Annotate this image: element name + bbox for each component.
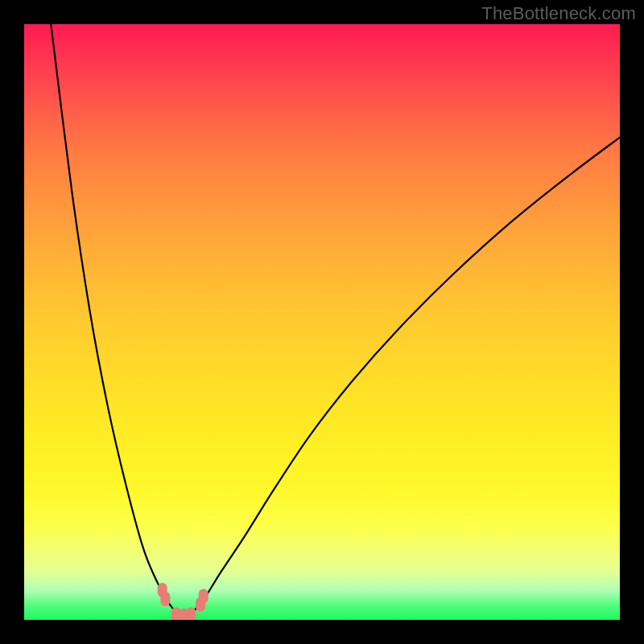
marker-6 bbox=[199, 588, 208, 603]
chart-frame: TheBottleneck.com bbox=[0, 0, 644, 644]
data-markers bbox=[158, 583, 208, 620]
plot-area bbox=[24, 24, 620, 620]
marker-1 bbox=[160, 592, 170, 606]
chart-svg bbox=[24, 24, 620, 620]
watermark-text: TheBottleneck.com bbox=[481, 3, 636, 24]
marker-4 bbox=[186, 607, 196, 620]
curve-right-branch bbox=[185, 138, 620, 620]
curve-left-branch bbox=[51, 24, 185, 620]
